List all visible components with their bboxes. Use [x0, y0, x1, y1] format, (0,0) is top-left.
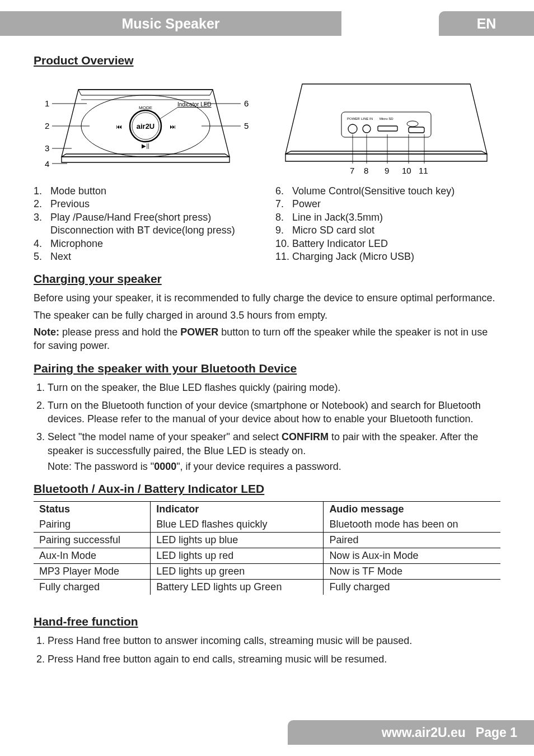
svg-marker-16: [285, 151, 487, 161]
footer-site: www.air2U.eu: [382, 725, 466, 740]
svg-marker-2: [62, 154, 229, 162]
callout-6: 6: [244, 99, 249, 108]
handfree-item-2: Press Hand free button again to end call…: [48, 652, 500, 666]
parts-number: 7.: [275, 198, 292, 211]
parts-text: Battery Indicator LED: [292, 237, 388, 250]
pairing-note-post: ", if your device requires a password.: [176, 461, 341, 472]
diagram-row: air2U MODE Indicator LED ⏮ ⏭ ▶||: [34, 73, 500, 181]
heading-overview: Product Overview: [34, 54, 500, 67]
table-cell: MP3 Player Mode: [34, 564, 151, 580]
power-bold: POWER: [180, 326, 218, 338]
parts-number: 1.: [34, 185, 50, 198]
parts-text: Power: [292, 198, 321, 211]
parts-text: Volume Control(Sensitive touch key): [292, 185, 455, 198]
table-cell: Paired: [324, 533, 500, 548]
pairing-list: Turn on the speaker, the Blue LED flashe…: [34, 381, 500, 474]
microsd-label: Micro SD: [380, 117, 394, 120]
diagram-front-svg: air2U MODE Indicator LED ⏮ ⏭ ▶||: [34, 73, 257, 179]
parts-number: 11.: [275, 250, 292, 263]
svg-point-20: [363, 125, 371, 133]
parts-number: 5.: [34, 250, 50, 263]
callout-1: 1: [45, 99, 49, 108]
parts-row: 6.Volume Control(Sensitive touch key): [275, 185, 500, 198]
parts-text: Next: [50, 250, 71, 263]
table-cell: Bluetooth mode has been on: [324, 517, 500, 533]
charging-p3-mid: please press and hold the: [59, 326, 180, 338]
pairing-item-2: Turn on the Bluetooth function of your d…: [48, 399, 500, 426]
next-icon: ⏭: [170, 123, 176, 130]
content: Product Overview air2U: [34, 45, 500, 670]
parts-row: 8.Line in Jack(3.5mm): [275, 211, 500, 224]
led-th-indicator: Indicator: [151, 502, 324, 517]
brand-label: air2U: [137, 122, 155, 130]
page-footer: www.air2U.eu Page 1: [288, 720, 534, 745]
note-label: Note:: [34, 326, 59, 338]
svg-marker-1: [78, 90, 213, 95]
led-header-row: Status Indicator Audio message: [34, 502, 500, 517]
led-th-audio: Audio message: [324, 502, 500, 517]
table-cell: Fully charged: [324, 580, 500, 595]
parts-col-right: 6.Volume Control(Sensitive touch key)7.P…: [275, 185, 500, 263]
diagram-rear-svg: POWER LINE IN Micro SD 7 8 9 10 11: [274, 73, 498, 179]
prev-icon: ⏮: [116, 123, 122, 130]
power-label: POWER: [347, 117, 360, 120]
callout-8: 8: [364, 166, 368, 175]
callout-2: 2: [45, 121, 49, 130]
parts-text: Microphone: [50, 237, 103, 250]
password-bold: 0000: [154, 461, 176, 472]
heading-pairing: Pairing the speaker with your Bluetooth …: [34, 362, 500, 375]
table-row: Pairing successfulLED lights up bluePair…: [34, 533, 500, 548]
table-cell: Now is TF Mode: [324, 564, 500, 580]
parts-text: Micro SD card slot: [292, 224, 374, 237]
parts-row: 7.Power: [275, 198, 500, 211]
pairing-item-3: Select "the model name of your speaker" …: [48, 430, 500, 473]
table-row: MP3 Player ModeLED lights up greenNow is…: [34, 564, 500, 580]
table-cell: Blue LED flashes quickly: [151, 517, 324, 533]
callout-4: 4: [45, 159, 49, 169]
callout-5: 5: [244, 121, 249, 130]
parts-number: 8.: [275, 211, 292, 224]
table-row: Fully chargedBattery LED lights up Green…: [34, 580, 500, 595]
page: Music Speaker EN Product Overview: [0, 0, 534, 756]
table-cell: Fully charged: [34, 580, 151, 595]
parts-row: 9.Micro SD card slot: [275, 224, 500, 237]
callout-11: 11: [419, 166, 428, 175]
parts-text: Mode button: [50, 185, 106, 198]
svg-point-19: [348, 124, 357, 133]
table-cell: Pairing: [34, 517, 151, 533]
parts-number: [34, 224, 50, 237]
svg-rect-21: [378, 126, 397, 131]
diagram-rear: POWER LINE IN Micro SD 7 8 9 10 11: [274, 73, 498, 181]
svg-point-22: [407, 121, 418, 127]
confirm-bold: CONFIRM: [282, 431, 329, 442]
header-lang-badge: EN: [439, 11, 534, 36]
parts-text: Play /Pause/Hand Free(short press): [50, 211, 211, 224]
parts-row: 5.Next: [34, 250, 259, 263]
charging-p3: Note: please press and hold the POWER bu…: [34, 325, 500, 353]
play-pause-icon: ▶||: [142, 143, 149, 149]
parts-number: 9.: [275, 224, 292, 237]
pairing-note: Note: The password is "0000", if your de…: [48, 460, 500, 473]
svg-rect-23: [409, 127, 424, 133]
led-th-status: Status: [34, 502, 151, 517]
linein-label: LINE IN: [361, 117, 373, 120]
parts-row: Disconnection with BT device(long press): [34, 224, 259, 237]
parts-row: 3.Play /Pause/Hand Free(short press): [34, 211, 259, 224]
heading-charging: Charging your speaker: [34, 272, 500, 286]
parts-columns: 1.Mode button2.Previous3.Play /Pause/Han…: [34, 185, 500, 263]
page-header: Music Speaker EN: [0, 11, 534, 36]
table-cell: LED lights up blue: [151, 533, 324, 548]
diagram-front: air2U MODE Indicator LED ⏮ ⏭ ▶||: [34, 73, 257, 181]
parts-text: Charging Jack (Micro USB): [292, 250, 414, 263]
table-cell: Now is Aux-in Mode: [324, 548, 500, 564]
charging-p2: The speaker can be fully charged in arou…: [34, 309, 500, 322]
mode-label: MODE: [139, 105, 152, 110]
heading-handfree: Hand-free function: [34, 615, 500, 628]
parts-text: Previous: [50, 198, 90, 211]
led-table: Status Indicator Audio message PairingBl…: [34, 501, 500, 595]
table-cell: LED lights up green: [151, 564, 324, 580]
svg-line-8: [160, 108, 177, 119]
indicator-led-label: Indicator LED: [177, 101, 212, 108]
charging-p1: Before using your speaker, it is recomme…: [34, 291, 500, 305]
callout-3: 3: [45, 143, 49, 153]
